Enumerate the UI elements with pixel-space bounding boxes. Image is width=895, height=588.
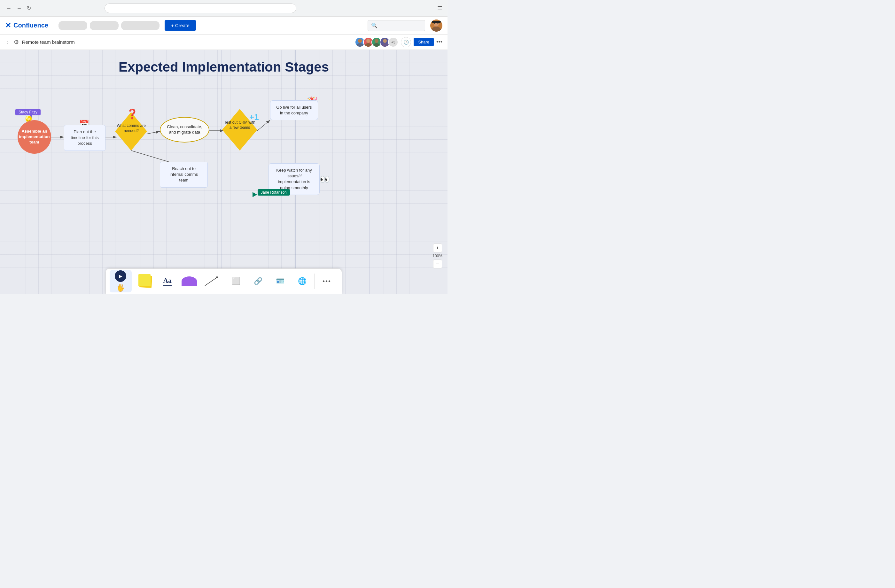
svg-point-9 (375, 39, 378, 43)
avatar-count: +3 (388, 37, 398, 47)
page-icon: ⚙ (14, 39, 19, 46)
more-tools-icon: ••• (323, 278, 331, 285)
plan-node[interactable]: Plan out the timeline for this process (64, 125, 105, 151)
globe-tool-icon: 🌐 (298, 277, 306, 285)
svg-point-2 (434, 23, 435, 24)
link-tool[interactable]: 🔗 (247, 270, 269, 292)
confluence-logo: ✕ Confluence (5, 21, 48, 30)
svg-line-20 (205, 277, 217, 286)
globe-tool[interactable]: 🌐 (291, 270, 313, 292)
rect-tool[interactable]: ⬜ (225, 270, 247, 292)
refresh-button[interactable]: ↻ (26, 4, 32, 12)
question-mark-icon: ❓ (126, 108, 138, 120)
flowchart-arrows (0, 50, 448, 294)
text-tool-icon: Aa (163, 276, 171, 286)
whiteboard-toolbar: › ⚙ Remote team brainstorm (0, 35, 448, 50)
share-button[interactable]: Share (414, 38, 434, 46)
zoom-controls: + 100% − (432, 244, 442, 268)
canvas-title: Expected Implementation Stages (118, 59, 329, 75)
select-tool[interactable]: ▶ 🖐 (110, 270, 132, 292)
browser-chrome: ← → ↻ ☰ (0, 0, 448, 17)
toolbar-right: +3 🕐 Share ••• (355, 37, 442, 47)
back-button[interactable]: ← (5, 4, 13, 12)
hand-icon: 🖐 (116, 284, 125, 292)
sidebar-toggle-button[interactable]: › (5, 38, 11, 46)
svg-point-7 (366, 39, 370, 43)
svg-point-12 (382, 43, 388, 47)
browser-nav: ← → ↻ (5, 4, 32, 12)
zoom-out-button[interactable]: − (433, 259, 442, 268)
search-icon: 🔍 (371, 23, 378, 29)
divider-2 (224, 274, 224, 289)
play-icon: ▶ (115, 270, 126, 282)
line-tool[interactable] (200, 270, 223, 292)
zoom-in-button[interactable]: + (433, 244, 442, 253)
nav-pill-1[interactable] (59, 21, 87, 30)
history-button[interactable]: 🕐 (401, 37, 411, 47)
svg-point-5 (358, 39, 362, 43)
svg-point-11 (383, 39, 387, 43)
create-button[interactable]: + Create (165, 20, 196, 31)
shape-tool-icon (182, 276, 197, 286)
clock-icon: 🕐 (404, 39, 409, 45)
logo-text: Confluence (14, 22, 48, 29)
sticky-front (138, 274, 150, 286)
clean-text: Clean, consolidate, and migrate data (163, 124, 206, 135)
svg-point-1 (432, 27, 441, 32)
assemble-node[interactable]: Assemble an implementation team (18, 120, 51, 154)
rect-tool-icon: ⬜ (232, 277, 240, 285)
app-header: ✕ Confluence + Create 🔍 (0, 17, 448, 35)
menu-button[interactable]: ☰ (437, 5, 442, 12)
bottom-toolbar: ▶ 🖐 Aa (105, 268, 342, 294)
line-tool-container (203, 275, 219, 288)
search-box[interactable]: 🔍 (368, 20, 425, 31)
stamp-tool[interactable]: 🪪 (269, 270, 291, 292)
logo-icon: ✕ (5, 21, 11, 30)
separator-2 (148, 50, 148, 294)
reachout-text: Reach out to internal comms team (170, 166, 198, 182)
forward-button[interactable]: → (15, 4, 23, 12)
sticky-stack-icon (138, 274, 152, 288)
eyes-icon: 👀 (320, 174, 330, 184)
nav-pills (59, 21, 159, 30)
separator-5 (369, 50, 370, 294)
separator-1 (74, 50, 74, 294)
golive-node[interactable]: Go live for all users in the company (270, 100, 318, 120)
jane-cursor (253, 192, 257, 197)
svg-rect-4 (432, 21, 441, 23)
nav-pill-3[interactable] (121, 21, 159, 30)
stamp-tool-icon: 🪪 (276, 277, 284, 285)
reachout-node[interactable]: Reach out to internal comms team (160, 162, 208, 188)
jane-cursor-label: Jane Rotanson (258, 189, 290, 195)
page-title: Remote team brainstorm (22, 39, 75, 45)
svg-point-8 (365, 43, 372, 47)
toolbar-left: › ⚙ Remote team brainstorm (5, 38, 75, 46)
user-avatar[interactable] (430, 20, 442, 32)
more-tools[interactable]: ••• (316, 270, 338, 292)
line-tool-svg (203, 275, 219, 288)
collaborator-avatars: +3 (355, 37, 398, 47)
plan-text: Plan out the timeline for this process (71, 129, 99, 146)
shape-tool[interactable] (178, 270, 200, 292)
golive-text: Go live for all users in the company (276, 105, 312, 115)
stacy-cursor-label: Stacy Fitzy (15, 109, 41, 115)
zoom-level: 100% (432, 254, 442, 258)
link-tool-icon: 🔗 (254, 277, 262, 285)
svg-point-6 (357, 43, 363, 47)
svg-point-10 (373, 43, 380, 47)
plus1-badge: +1 (249, 112, 259, 122)
canvas-area[interactable]: Expected Implementation Stages Stacy Fit… (0, 50, 448, 294)
assemble-text: Assemble an implementation team (19, 129, 50, 145)
svg-line-18 (257, 120, 270, 131)
keepwatch-text: Keep watch for any issues/if implementat… (276, 168, 312, 190)
sticky-tool[interactable] (135, 270, 156, 292)
nav-pill-2[interactable] (90, 21, 118, 30)
separator-3 (221, 50, 222, 294)
svg-point-3 (438, 23, 438, 24)
address-bar[interactable] (105, 3, 296, 13)
clean-data-node[interactable]: Clean, consolidate, and migrate data (160, 117, 209, 142)
svg-point-21 (216, 276, 218, 278)
svg-line-16 (147, 131, 160, 134)
text-tool[interactable]: Aa (156, 270, 178, 292)
more-options-button[interactable]: ••• (436, 39, 442, 45)
